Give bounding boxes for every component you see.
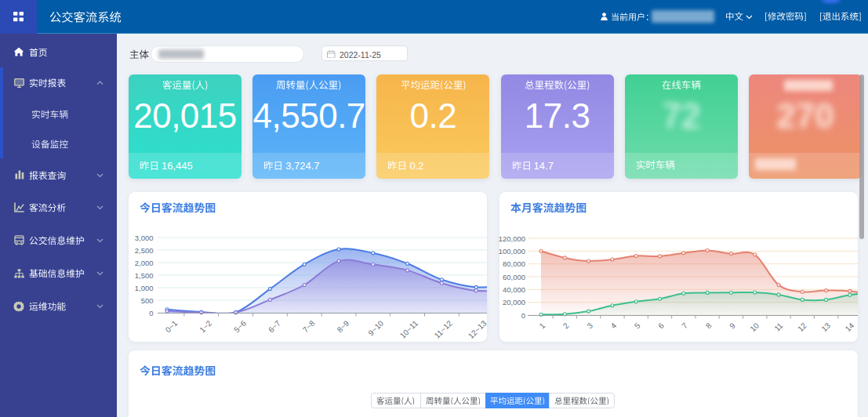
svg-text:2,000: 2,000 xyxy=(135,259,154,267)
svg-text:11: 11 xyxy=(772,321,784,332)
svg-text:6: 6 xyxy=(656,321,666,330)
svg-text:13: 13 xyxy=(819,321,832,333)
svg-text:60,000: 60,000 xyxy=(503,273,525,281)
svg-text:0: 0 xyxy=(521,311,525,320)
svg-text:80,000: 80,000 xyxy=(503,259,525,268)
svg-text:2: 2 xyxy=(561,321,571,330)
svg-text:120,000: 120,000 xyxy=(499,234,525,243)
svg-text:0: 0 xyxy=(149,309,153,317)
svg-text:3: 3 xyxy=(585,321,594,330)
svg-text:0~1: 0~1 xyxy=(164,318,180,334)
svg-text:12: 12 xyxy=(796,321,808,333)
svg-text:20,000: 20,000 xyxy=(503,298,525,306)
svg-text:14: 14 xyxy=(844,321,856,333)
svg-text:6~7: 6~7 xyxy=(267,318,282,334)
svg-text:40,000: 40,000 xyxy=(503,285,525,294)
svg-text:9~10: 9~10 xyxy=(367,318,386,337)
svg-text:1: 1 xyxy=(538,321,547,330)
svg-text:100,000: 100,000 xyxy=(499,247,525,256)
svg-text:2,500: 2,500 xyxy=(135,246,154,255)
svg-text:12~13: 12~13 xyxy=(467,318,488,340)
svg-text:5: 5 xyxy=(633,321,642,330)
svg-text:8: 8 xyxy=(704,321,714,330)
svg-text:11~12: 11~12 xyxy=(433,318,454,339)
svg-text:7~8: 7~8 xyxy=(301,318,317,334)
svg-text:8~9: 8~9 xyxy=(336,318,351,334)
svg-text:10: 10 xyxy=(748,321,761,333)
svg-text:9: 9 xyxy=(728,321,737,330)
svg-text:1,500: 1,500 xyxy=(135,271,154,280)
svg-text:4: 4 xyxy=(609,321,619,330)
svg-text:1,000: 1,000 xyxy=(135,284,154,292)
svg-text:3,000: 3,000 xyxy=(135,234,154,242)
svg-text:5~6: 5~6 xyxy=(232,318,248,334)
svg-text:1~2: 1~2 xyxy=(198,318,213,334)
svg-text:7: 7 xyxy=(681,321,690,330)
svg-text:10~11: 10~11 xyxy=(398,318,419,339)
svg-text:500: 500 xyxy=(141,296,154,305)
